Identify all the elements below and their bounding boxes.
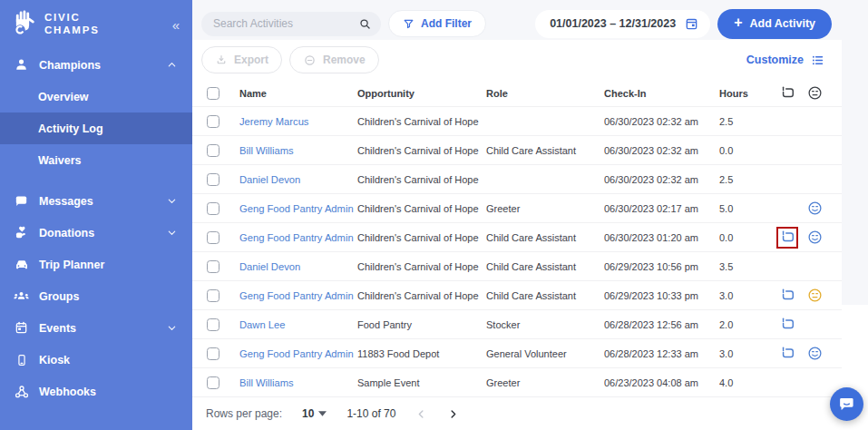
row-checkbox[interactable] [207, 173, 219, 186]
checkin-cell: 06/30/2023 01:20 am [604, 232, 719, 243]
sidebar-collapse-icon[interactable]: « [172, 17, 180, 33]
flag-icon[interactable] [780, 288, 795, 303]
hours-cell: 0.0 [719, 232, 774, 243]
row-checkbox[interactable] [207, 318, 219, 331]
happy-smiley-icon[interactable] [807, 200, 823, 216]
column-header-name: Name [239, 88, 357, 99]
sidebar-item-champions[interactable]: Champions [0, 49, 192, 81]
champions-person-icon [13, 57, 30, 73]
previous-page-button[interactable] [415, 408, 427, 420]
column-header-hours: Hours [719, 88, 774, 99]
table-body: Jeremy Marcus Children's Carnival of Hop… [192, 107, 842, 397]
volunteer-name-link[interactable]: Bill Williams [239, 377, 357, 388]
chat-launcher-button[interactable] [830, 387, 863, 421]
volunteer-name-link[interactable]: Daniel Devon [239, 261, 357, 272]
volunteer-name-link[interactable]: Geng Food Pantry Admin [239, 203, 357, 214]
role-cell: Greeter [486, 377, 604, 388]
search-icon[interactable] [358, 17, 372, 31]
sidebar-subitem-label: Overview [38, 91, 89, 103]
sidebar-subitem-activity-log[interactable]: Activity Log [0, 112, 192, 144]
add-activity-button[interactable]: + Add Activity [717, 9, 832, 39]
date-range-value: 01/01/2023 – 12/31/2023 [550, 17, 676, 30]
volunteer-name-link[interactable]: Bill Williams [239, 145, 357, 156]
search-input[interactable] [213, 17, 358, 30]
sidebar-item-events[interactable]: Events [0, 312, 192, 344]
messages-chat-icon [13, 193, 30, 209]
flag-column-header-icon [774, 85, 801, 101]
select-all-checkbox[interactable] [207, 87, 219, 100]
sidebar-item-webhooks[interactable]: Webhooks [0, 376, 192, 407]
hours-cell: 3.0 [719, 290, 774, 301]
volunteer-name-link[interactable]: Geng Food Pantry Admin [239, 348, 357, 359]
role-cell: Child Care Assistant [486, 261, 604, 272]
dropdown-arrow-icon [318, 411, 327, 416]
neutral-smiley-icon[interactable] [807, 288, 823, 303]
row-checkbox[interactable] [207, 231, 219, 244]
sidebar-subitem-label: Activity Log [38, 122, 103, 135]
sidebar-nav: Champions Overview Activity Log Waivers … [0, 49, 192, 407]
role-cell: General Volunteer [486, 348, 604, 359]
table-row: Jeremy Marcus Children's Carnival of Hop… [192, 107, 842, 136]
sidebar-item-messages[interactable]: Messages [0, 185, 192, 217]
opportunity-cell: Children's Carnival of Hope [357, 203, 486, 214]
column-header-role: Role [486, 88, 604, 99]
logo: CIVIC CHAMPS « [0, 0, 192, 49]
row-checkbox[interactable] [207, 115, 219, 128]
flag-icon[interactable] [780, 346, 795, 361]
sidebar-item-trip-planner[interactable]: Trip Planner [0, 249, 192, 280]
opportunity-cell: Food Pantry [357, 319, 486, 330]
minus-circle-icon [303, 54, 317, 67]
volunteer-name-link[interactable]: Dawn Lee [239, 319, 357, 330]
smiley-cell [801, 200, 828, 216]
table-row: Bill Williams Sample Event Greeter 06/23… [192, 368, 842, 397]
smiley-cell [801, 230, 828, 245]
sidebar-item-groups[interactable]: Groups [0, 280, 192, 312]
volunteer-name-link[interactable]: Jeremy Marcus [239, 116, 357, 127]
flag-icon-annotated[interactable] [776, 227, 798, 249]
sidebar-subitem-overview[interactable]: Overview [0, 81, 192, 112]
remove-button[interactable]: Remove [289, 46, 379, 73]
opportunity-cell: Children's Carnival of Hope [357, 232, 486, 243]
row-checkbox[interactable] [207, 289, 219, 302]
date-range-picker[interactable]: 01/01/2023 – 12/31/2023 [535, 10, 710, 38]
export-button[interactable]: Export [201, 46, 282, 73]
events-calendar-icon [13, 320, 30, 336]
checkin-cell: 06/28/2023 12:33 am [604, 348, 719, 359]
volunteer-name-link[interactable]: Daniel Devon [239, 174, 357, 185]
sidebar-item-label: Trip Planner [39, 259, 104, 271]
add-filter-button[interactable]: Add Filter [388, 10, 486, 37]
next-page-button[interactable] [447, 408, 459, 420]
row-checkbox[interactable] [207, 260, 219, 273]
rows-per-page-select[interactable]: 10 [302, 407, 327, 420]
row-checkbox[interactable] [207, 347, 219, 360]
smiley-cell [801, 346, 828, 361]
sidebar-subitem-waivers[interactable]: Waivers [0, 144, 192, 176]
column-header-opportunity: Opportunity [357, 88, 486, 99]
hours-cell: 5.0 [719, 203, 774, 214]
customize-button[interactable]: Customize [743, 46, 828, 73]
sidebar-item-donations[interactable]: Donations [0, 217, 192, 249]
role-cell: Child Care Assistant [486, 145, 604, 156]
row-checkbox[interactable] [207, 202, 219, 215]
kiosk-phone-icon [13, 353, 30, 367]
flag-cell [774, 227, 801, 249]
happy-smiley-icon[interactable] [807, 230, 823, 245]
sidebar-item-kiosk[interactable]: Kiosk [0, 344, 192, 376]
row-checkbox[interactable] [207, 376, 219, 389]
flag-cell [774, 317, 801, 332]
flag-icon[interactable] [780, 317, 795, 332]
trip-planner-car-icon [13, 257, 30, 273]
column-header-checkin: Check-In [604, 88, 719, 99]
happy-smiley-icon[interactable] [807, 346, 823, 361]
chat-bubble-icon [837, 395, 856, 414]
role-cell: Child Care Assistant [486, 290, 604, 301]
opportunity-cell: Children's Carnival of Hope [357, 116, 486, 127]
volunteer-name-link[interactable]: Geng Food Pantry Admin [239, 232, 357, 243]
list-icon [811, 54, 824, 67]
opportunity-cell: Sample Event [357, 377, 486, 388]
opportunity-cell: Children's Carnival of Hope [357, 261, 486, 272]
row-checkbox[interactable] [207, 144, 219, 157]
table-row: Geng Food Pantry Admin 11883 Food Depot … [192, 339, 842, 368]
volunteer-name-link[interactable]: Geng Food Pantry Admin [239, 290, 357, 301]
filter-icon [403, 18, 414, 30]
